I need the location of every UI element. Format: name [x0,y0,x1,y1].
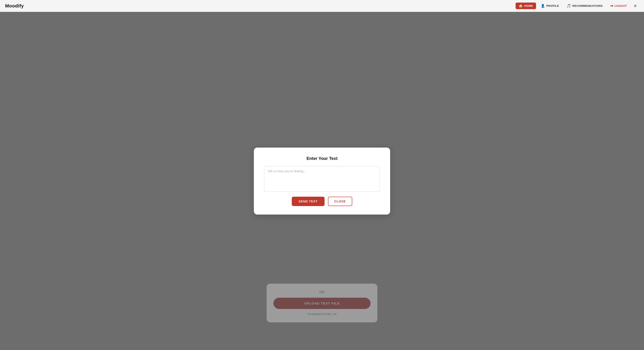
nav-recommendations[interactable]: 🎵 RECOMMENDATIONS [564,2,606,9]
recommendations-icon: 🎵 [567,4,571,8]
modal-actions: SEND TEXT CLOSE [292,197,352,206]
text-entry-modal: Enter Your Text SEND TEXT CLOSE [254,148,390,214]
nav-home-label: HOME [524,4,533,7]
text-input[interactable] [264,166,380,191]
modal-title: Enter Your Text [306,156,338,161]
brand: Moodify [5,3,24,9]
nav-links: 🏠 HOME 👤 PROFILE 🎵 RECOMMENDATIONS ➡ LOG… [516,2,639,9]
home-icon: 🏠 [518,4,523,8]
modal-overlay: Enter Your Text SEND TEXT CLOSE [0,12,644,350]
nav-logout[interactable]: ➡ LOGOUT [607,2,630,9]
nav-profile[interactable]: 👤 PROFILE [538,2,562,9]
profile-icon: 👤 [541,4,545,8]
close-button[interactable]: CLOSE [328,197,352,206]
logout-icon: ➡ [610,4,613,8]
nav-profile-label: PROFILE [546,4,559,7]
send-text-button[interactable]: SEND TEXT [292,197,324,206]
navbar: Moodify 🏠 HOME 👤 PROFILE 🎵 RECOMMENDATIO… [0,0,644,12]
theme-toggle-button[interactable]: ☀ [632,2,639,9]
nav-home[interactable]: 🏠 HOME [516,2,536,9]
nav-recommendations-label: RECOMMENDATIONS [572,4,603,7]
nav-logout-label: LOGOUT [614,4,627,7]
